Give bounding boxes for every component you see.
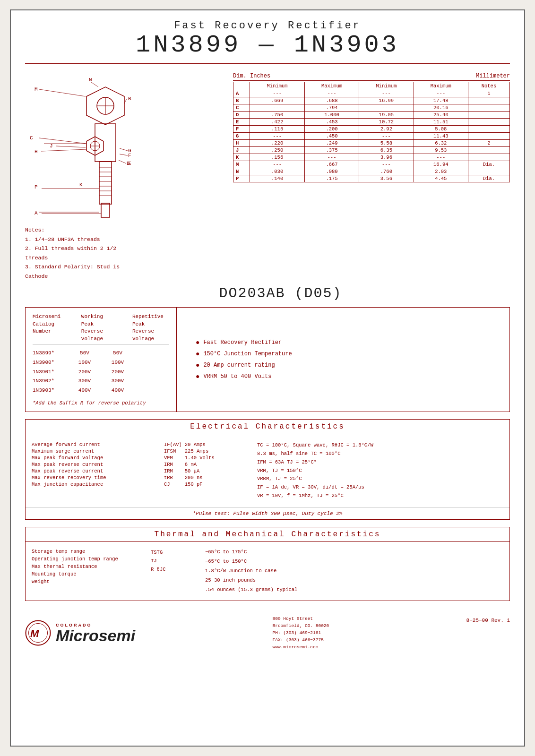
thermal-symbol-row (149, 577, 167, 579)
thermal-param-row: Mounting torque (30, 570, 120, 578)
dim-cell: .156 (250, 154, 304, 161)
dim-cell: .249 (304, 140, 359, 147)
svg-text:K: K (79, 182, 83, 188)
dim-cell: H (233, 140, 250, 147)
dim-cell: .175 (304, 175, 359, 182)
catalog-cell: 300V (104, 377, 132, 386)
elec-param-label: Maximum surge current (30, 448, 153, 455)
dim-cell (468, 119, 509, 126)
catalog-cell: 1N3903* (33, 386, 66, 395)
dim-cell: 20.16 (414, 104, 468, 112)
dim-cell: .760 (359, 168, 414, 175)
thermal-right-values: −65°C to 175°C−65°C to 150°C1.8°C/W Junc… (205, 548, 505, 595)
catalog-cell: 100V (104, 358, 132, 368)
dim-cell: .375 (304, 147, 359, 154)
thermal-symbol-row: TSTG (149, 549, 167, 556)
catalog-cell: 400V (104, 386, 132, 395)
dim-col-in-min: Minimum (250, 82, 304, 90)
dim-header-inches: Dim. Inches (233, 73, 270, 79)
feature-text: VRRM 50 to 400 Volts (203, 373, 271, 380)
elec-condition: TC = 100°C, Square wave, RθJC = 1.8°C/W (257, 441, 505, 450)
electrical-section-title: Electrical Characteristics (25, 419, 510, 434)
elec-condition: VRM, TJ = 150°C (257, 467, 505, 475)
elec-param-row: Max reverse recovery time (30, 474, 153, 481)
footer-address: 800 Hoyt Street Broomfield, CO. 80020 PH… (273, 615, 329, 651)
svg-line-39 (120, 154, 128, 155)
dim-cell: .200 (304, 126, 359, 133)
svg-line-33 (119, 160, 126, 163)
elec-value-cell: tRR (163, 474, 183, 481)
dim-col-mm-min: Minimum (359, 82, 414, 90)
dim-cell (468, 112, 509, 119)
address-line3: PH: (303) 469−2161 (273, 629, 329, 636)
thermal-param-row: Weight (30, 578, 120, 585)
dim-cell: .688 (304, 97, 359, 104)
elec-param-label: Max reverse recovery time (30, 474, 153, 481)
elec-value-row: tRR200 ns (163, 474, 216, 481)
dim-cell: .750 (250, 112, 304, 119)
dim-cell: .794 (304, 104, 359, 112)
dim-cell: .140 (250, 175, 304, 182)
note-line-3: 2. Full threads within 2 1/2 (25, 244, 224, 253)
electrical-left-params: Average forward currentMaximum surge cur… (30, 441, 153, 500)
elec-param-row: Max junction capacitance (30, 481, 153, 488)
note-line-5: 3. Standard Polarity: Stud is (25, 262, 224, 272)
dim-cell: 1.000 (304, 112, 359, 119)
svg-line-37 (120, 148, 128, 151)
note-line-4: threads (25, 253, 224, 263)
feature-text: Fast Recovery Rectifier (203, 339, 282, 346)
cat-col3-header: Repetitive PeakReverse Voltage (132, 313, 169, 343)
dim-cell: 2.03 (414, 168, 468, 175)
elec-param-row: Maximum surge current (30, 448, 153, 455)
dim-cell: 1 (468, 90, 509, 97)
logo-text: COLORADO Microsemi (56, 623, 135, 644)
svg-line-18 (39, 89, 86, 96)
thermal-symbol (149, 574, 167, 576)
thermal-value: −65°C to 150°C (205, 557, 505, 567)
middle-section: MicrosemiCatalog Number Working PeakReve… (25, 307, 510, 412)
dim-header-mm: Millimeter (476, 73, 510, 79)
top-section: M N B C J P K D (25, 73, 510, 281)
thermal-symbol: TSTG (149, 549, 167, 556)
thermal-symbol: TJ (149, 557, 167, 565)
svg-text:H: H (35, 149, 38, 155)
svg-text:J: J (50, 143, 53, 149)
dim-cell: F (233, 126, 250, 133)
catalog-table: MicrosemiCatalog Number Working PeakReve… (26, 308, 177, 412)
elec-condition: 8.3 ms, half sine TC = 100°C (257, 450, 505, 458)
dim-cell: .115 (250, 126, 304, 133)
dim-cell: --- (414, 154, 468, 161)
dim-col-mm-max: Maximum (414, 82, 468, 90)
dim-cell: G (233, 133, 250, 140)
dim-cell: P (233, 175, 250, 182)
catalog-cell: 50V (104, 349, 132, 358)
catalog-cell: 1N3902* (33, 377, 66, 386)
dim-cell: 6.35 (359, 147, 414, 154)
thermal-content: Storage temp rangeOperating junction tem… (26, 542, 509, 601)
dim-cell: 4.45 (414, 175, 468, 182)
svg-text:F: F (128, 153, 131, 158)
svg-text:N: N (89, 77, 92, 83)
dim-col-in-max: Maximum (304, 82, 359, 90)
datasheet-page: Fast Recovery Rectifier 1N3899 — 1N3903 (10, 9, 525, 747)
bullet-icon: ● (196, 339, 199, 346)
dim-cell: .250 (250, 147, 304, 154)
elec-param-label: Max peak forward voltage (30, 455, 153, 461)
catalog-cell: 100V (70, 358, 99, 368)
dim-cell (468, 104, 509, 112)
elec-value-cell: IRM (163, 468, 183, 474)
dim-cell: --- (359, 104, 414, 112)
dim-cell: --- (414, 90, 468, 97)
thermal-param-row: Max thermal resistance (30, 563, 120, 570)
dim-cell: 10.72 (359, 119, 414, 126)
dim-cell: 3.96 (359, 154, 414, 161)
cat-col2-header: Working PeakReverse Voltage (81, 313, 118, 343)
catalog-cell: 200V (104, 368, 132, 377)
thermal-symbol: R θJC (149, 566, 167, 573)
svg-text:P: P (35, 184, 38, 190)
footer: M COLORADO Microsemi 800 Hoyt Street Bro… (25, 610, 510, 651)
dim-cell: --- (250, 161, 304, 168)
catalog-cell: 400V (70, 386, 99, 395)
dim-cell: K (233, 154, 250, 161)
elec-value-cell: 6 mA (183, 461, 216, 468)
